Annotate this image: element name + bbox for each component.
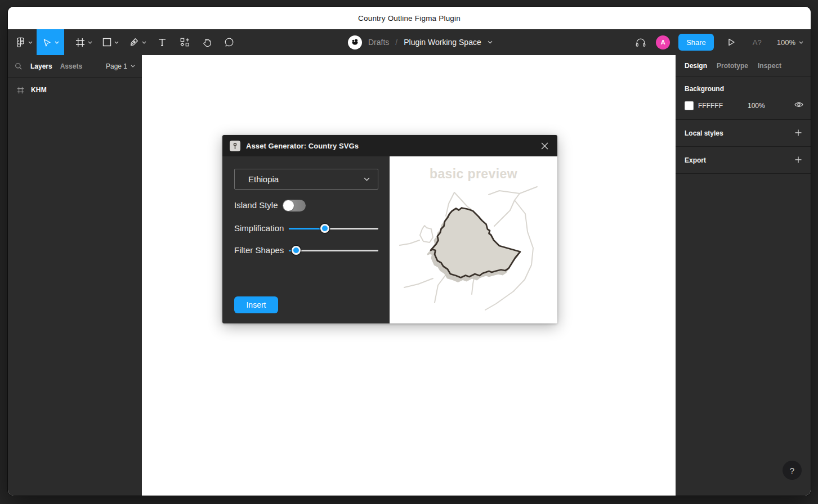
country-map-preview	[390, 156, 557, 323]
hand-icon	[202, 37, 212, 47]
slider-thumb[interactable]	[320, 224, 329, 233]
background-section: Background FFFFFF 100%	[676, 77, 811, 120]
simplification-slider[interactable]	[289, 223, 378, 233]
text-icon	[158, 38, 167, 47]
rectangle-icon	[102, 38, 111, 47]
plugin-icon	[230, 141, 240, 151]
toggle-knob	[283, 200, 294, 211]
chevron-down-icon	[114, 41, 119, 44]
hand-tool-button[interactable]	[196, 29, 217, 55]
close-icon	[541, 142, 548, 150]
toolbar: Drafts / Plugin Working Space A Share A?…	[8, 29, 811, 55]
country-outline-ethiopia	[431, 208, 520, 278]
add-local-style-button[interactable]	[795, 129, 802, 138]
tab-assets[interactable]: Assets	[60, 62, 82, 70]
visibility-toggle-button[interactable]	[794, 101, 803, 110]
slider-fill	[289, 228, 325, 230]
filter-shapes-label: Filter Shapes	[234, 245, 284, 255]
move-tool-button[interactable]	[37, 29, 64, 55]
color-swatch[interactable]	[685, 101, 694, 110]
plugin-dialog-title: Asset Generator: Country SVGs	[246, 142, 359, 150]
present-play-icon[interactable]	[727, 38, 736, 47]
audio-headphones-icon[interactable]	[635, 37, 646, 48]
background-opacity-value[interactable]: 100%	[748, 102, 765, 110]
layers-panel-header: Layers Assets Page 1	[8, 55, 142, 78]
breadcrumb-filename[interactable]: Plugin Working Space	[404, 38, 481, 47]
country-select-value: Ethiopia	[248, 174, 279, 184]
slider-thumb[interactable]	[292, 246, 301, 255]
layer-row-khm[interactable]: KHM	[8, 83, 142, 97]
comment-bubble-icon	[224, 37, 234, 47]
tab-prototype[interactable]: Prototype	[717, 62, 748, 70]
frame-tool-button[interactable]	[71, 29, 97, 55]
background-hex-value[interactable]: FFFFFF	[698, 102, 733, 110]
resources-tool-button[interactable]	[175, 29, 195, 55]
font-helper-badge[interactable]: A?	[753, 38, 762, 47]
eye-icon	[794, 101, 803, 108]
breadcrumb: Drafts / Plugin Working Space	[348, 29, 493, 55]
background-color-row: FFFFFF 100%	[685, 101, 802, 110]
chevron-down-icon	[799, 41, 803, 44]
tab-inspect[interactable]: Inspect	[758, 62, 781, 70]
project-logo-icon	[350, 38, 360, 47]
filter-shapes-slider[interactable]	[289, 245, 378, 255]
figma-menu-button[interactable]	[12, 29, 36, 55]
island-style-toggle[interactable]	[283, 200, 306, 212]
page-selector[interactable]: Page 1	[106, 62, 135, 70]
close-button[interactable]	[539, 140, 550, 151]
chevron-down-icon	[142, 41, 146, 44]
tab-layers[interactable]: Layers	[30, 62, 52, 70]
window-titlebar: Country Outline Figma Plugin	[8, 7, 811, 29]
layers-panel: Layers Assets Page 1 KHM	[8, 55, 142, 496]
properties-tabs: Design Prototype Inspect	[676, 55, 811, 77]
properties-panel: Design Prototype Inspect Background FFFF…	[676, 55, 811, 496]
plugin-glyph-icon	[232, 142, 238, 150]
local-styles-title: Local styles	[685, 129, 723, 137]
search-icon[interactable]	[15, 62, 23, 70]
chevron-down-icon	[131, 65, 135, 68]
tab-design[interactable]: Design	[685, 62, 707, 70]
export-title: Export	[685, 156, 706, 164]
plugin-controls-panel: Ethiopia Island Style Simplification Fil…	[222, 156, 390, 323]
breadcrumb-separator: /	[395, 38, 397, 47]
text-tool-button[interactable]	[152, 29, 172, 55]
simplification-label: Simplification	[234, 223, 284, 233]
cursor-icon	[42, 38, 52, 47]
add-export-button[interactable]	[795, 156, 802, 165]
window-title: Country Outline Figma Plugin	[358, 14, 461, 22]
layer-name: KHM	[31, 86, 47, 94]
chevron-down-icon	[28, 41, 33, 44]
plugin-dialog: Asset Generator: Country SVGs Ethiopia I…	[222, 135, 557, 323]
slider-track	[289, 250, 378, 252]
local-styles-section: Local styles	[676, 120, 811, 147]
insert-button[interactable]: Insert	[234, 296, 278, 313]
resources-icon	[180, 37, 190, 47]
chevron-down-icon	[88, 41, 92, 44]
zoom-level-dropdown[interactable]: 100%	[777, 38, 803, 47]
pen-icon	[129, 37, 139, 47]
help-button[interactable]: ?	[783, 461, 802, 480]
plugin-dialog-header[interactable]: Asset Generator: Country SVGs	[222, 135, 557, 156]
plugin-dialog-body: Ethiopia Island Style Simplification Fil…	[222, 156, 557, 323]
pen-tool-button[interactable]	[124, 29, 151, 55]
export-section: Export	[676, 147, 811, 174]
chevron-down-icon	[364, 177, 370, 181]
frame-icon	[75, 38, 85, 47]
figma-logo-icon	[16, 37, 25, 47]
toolbar-right-cluster: A Share A? 100%	[635, 29, 803, 55]
plus-icon	[795, 156, 802, 163]
zoom-level-value: 100%	[777, 38, 795, 47]
chevron-down-icon	[55, 41, 59, 44]
share-button[interactable]: Share	[678, 34, 714, 51]
island-style-label: Island Style	[234, 200, 278, 210]
user-avatar[interactable]: A	[656, 35, 670, 50]
background-section-title: Background	[685, 85, 802, 93]
country-select[interactable]: Ethiopia	[234, 169, 378, 190]
comment-tool-button[interactable]	[218, 29, 240, 55]
map-preview-panel: basic preview	[390, 156, 557, 323]
chevron-down-icon[interactable]	[488, 40, 493, 44]
breadcrumb-project[interactable]: Drafts	[368, 38, 389, 47]
project-avatar[interactable]	[348, 35, 362, 50]
frame-layer-icon	[17, 87, 24, 94]
shape-tool-button[interactable]	[98, 29, 123, 55]
